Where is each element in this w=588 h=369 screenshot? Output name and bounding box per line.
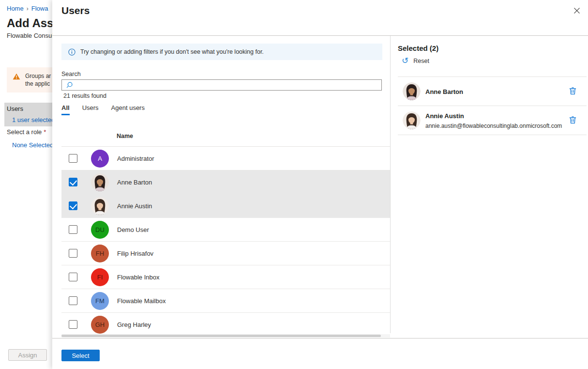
warning-icon <box>13 73 20 80</box>
user-selected-link[interactable]: 1 user selected <box>12 116 52 123</box>
table-row[interactable]: DUDemo User <box>61 218 390 242</box>
row-user-name: Flowable Inbox <box>117 274 159 281</box>
select-button[interactable]: Select <box>61 350 100 361</box>
selected-user-email: annie.austin@flowableconsultinglab.onmic… <box>425 123 568 129</box>
table-row[interactable]: FMFlowable Mailbox <box>61 289 390 313</box>
warning-banner: Groups ar the applic <box>7 67 52 92</box>
user-photo <box>403 111 421 129</box>
breadcrumb: Home›Flowa <box>7 5 48 12</box>
row-user-name: Administrator <box>117 155 154 162</box>
user-photo <box>91 197 109 215</box>
panel-footer: Select <box>52 338 588 369</box>
tab-all[interactable]: All <box>61 104 70 115</box>
table-row[interactable]: AAdministrator <box>61 147 390 170</box>
row-user-name: Annie Austin <box>117 202 152 210</box>
horizontal-scrollbar[interactable] <box>61 334 390 338</box>
page-title: Add Ass <box>7 16 52 30</box>
close-icon[interactable] <box>573 7 581 15</box>
trash-icon <box>569 87 577 95</box>
background-page: Home›Flowa Add Ass Flowable Consul Group… <box>0 0 52 369</box>
page-subtitle: Flowable Consul <box>7 32 52 39</box>
header-divider <box>52 35 588 36</box>
column-divider <box>390 36 391 333</box>
tab-bar: AllUsersAgent users <box>61 104 145 115</box>
row-checkbox[interactable] <box>69 178 77 186</box>
breadcrumb-separator-icon: › <box>27 5 29 12</box>
search-box <box>61 79 382 91</box>
row-user-name: Anne Barton <box>117 179 152 186</box>
row-user-name: Greg Harley <box>117 321 151 328</box>
avatar: FM <box>91 292 109 310</box>
breadcrumb-flowable-link[interactable]: Flowa <box>31 5 48 12</box>
table-row[interactable]: Annie Austin <box>61 194 390 218</box>
assign-button[interactable]: Assign <box>8 349 47 361</box>
panel-title: Users <box>61 5 90 16</box>
users-flyout-panel: Users Try changing or adding filters if … <box>52 0 588 369</box>
avatar <box>403 82 421 100</box>
none-selected-link[interactable]: None Selected <box>12 141 52 149</box>
search-icon <box>66 81 73 89</box>
avatar: GH <box>91 316 109 334</box>
table-row[interactable]: FIFlowable Inbox <box>61 265 390 289</box>
selected-item: Anne Barton <box>398 77 587 106</box>
reset-icon: ↺ <box>402 57 408 65</box>
avatar: FI <box>91 268 109 286</box>
table-row[interactable]: Anne Barton <box>61 170 390 194</box>
selected-count-title: Selected (2) <box>398 44 438 52</box>
reset-button[interactable]: ↺ Reset <box>402 57 429 65</box>
avatar: A <box>91 150 109 168</box>
user-list: AAdministrator Anne Barton Annie AustinD… <box>61 147 390 334</box>
info-banner-text: Try changing or adding filters if you do… <box>80 48 264 55</box>
required-asterisk: * <box>44 128 46 136</box>
row-user-name: Demo User <box>117 226 149 233</box>
avatar <box>403 111 421 129</box>
search-label: Search <box>61 71 81 77</box>
reset-label: Reset <box>413 58 429 64</box>
table-row[interactable]: GHGreg Harley <box>61 313 390 334</box>
row-checkbox[interactable] <box>69 154 77 163</box>
row-checkbox[interactable] <box>69 249 77 258</box>
row-checkbox[interactable] <box>69 296 77 305</box>
selected-item: Annie Austinannie.austin@flowableconsult… <box>398 106 587 135</box>
table-row[interactable]: FHFilip Hrisafov <box>61 242 390 265</box>
row-checkbox[interactable] <box>69 201 77 210</box>
scrollbar-thumb[interactable] <box>61 335 381 337</box>
avatar: DU <box>91 221 109 239</box>
row-user-name: Flowable Mailbox <box>117 297 166 305</box>
select-role-label: Select a role* <box>7 128 46 136</box>
users-label: Users <box>7 105 52 112</box>
tab-users[interactable]: Users <box>82 104 99 115</box>
warning-text: Groups ar the applic <box>25 72 51 92</box>
row-checkbox[interactable] <box>69 225 77 234</box>
info-icon <box>68 48 75 56</box>
avatar <box>91 173 109 191</box>
row-checkbox[interactable] <box>69 320 77 329</box>
selected-user-name: Annie Austin <box>425 112 464 120</box>
tab-agent-users[interactable]: Agent users <box>111 104 145 115</box>
trash-icon <box>569 116 577 124</box>
remove-selected-button[interactable] <box>568 115 578 126</box>
selected-user-name: Anne Barton <box>425 88 463 95</box>
user-photo <box>91 173 109 191</box>
info-banner: Try changing or adding filters if you do… <box>61 44 382 60</box>
breadcrumb-home-link[interactable]: Home <box>7 5 24 12</box>
avatar <box>91 197 109 215</box>
users-selection-box: Users 1 user selected <box>4 103 52 126</box>
row-user-name: Filip Hrisafov <box>117 250 153 257</box>
avatar: FH <box>91 245 109 262</box>
name-column-header: Name <box>117 133 133 139</box>
user-photo <box>403 82 421 100</box>
search-input[interactable] <box>77 81 381 89</box>
remove-selected-button[interactable] <box>568 86 578 97</box>
results-count: 21 results found <box>63 92 106 99</box>
selected-list: Anne Barton Annie Austinannie.austin@flo… <box>398 77 587 135</box>
row-checkbox[interactable] <box>69 273 77 281</box>
